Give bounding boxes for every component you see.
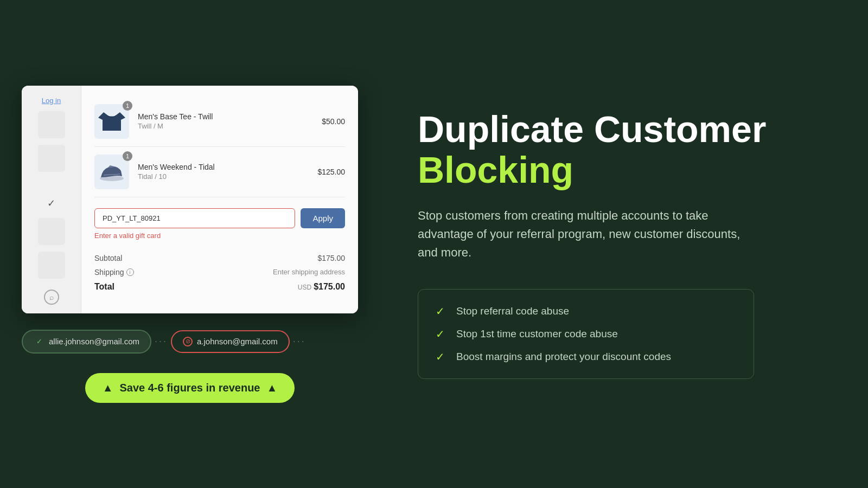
summary-section: Subtotal $175.00 Shipping i Enter shippi…	[94, 245, 345, 303]
item-name-1: Men's Base Tee - Twill	[138, 112, 313, 121]
apply-button[interactable]: Apply	[301, 208, 345, 228]
total-row: Total USD $175.00	[94, 282, 345, 292]
item-badge-2: 1	[123, 151, 132, 161]
discount-error: Enter a valid gift card	[94, 232, 345, 240]
email-section: ✓ allie.johnson@gmail.com ··· ⊘ a.johnso…	[22, 330, 358, 354]
item-variant-1: Twill / M	[138, 122, 313, 130]
search-icon[interactable]: ⌕	[44, 290, 59, 305]
sidebar-check: ✓	[38, 195, 65, 211]
benefits-box: ✓ Stop referral code abuse ✓ Stop 1st ti…	[418, 289, 754, 379]
arrow-up-icon-right: ▲	[267, 382, 278, 394]
item-variant-2: Tidal / 10	[138, 172, 309, 181]
total-label: Total	[94, 282, 114, 292]
benefit-item-3: ✓ Boost margins and protect your discoun…	[436, 350, 736, 363]
shipping-placeholder[interactable]: Enter shipping address	[273, 268, 345, 277]
item-details-1: Men's Base Tee - Twill Twill / M	[138, 112, 313, 130]
item-badge-1: 1	[123, 101, 132, 111]
item-price-1: $50.00	[322, 117, 345, 126]
subtotal-label: Subtotal	[94, 254, 122, 262]
sidebar-box-1	[38, 111, 65, 138]
save-revenue-button[interactable]: ▲ Save 4-6 figures in revenue ▲	[85, 373, 295, 403]
login-link[interactable]: Log in	[42, 97, 61, 105]
total-value: $175.00	[314, 282, 345, 292]
check-icon: ✓	[34, 336, 44, 347]
discount-section: Apply Enter a valid gift card	[94, 197, 345, 245]
benefit-item-1: ✓ Stop referral code abuse	[436, 305, 736, 318]
tshirt-icon	[98, 108, 125, 135]
sidebar-box-3	[38, 218, 65, 245]
save-btn-label: Save 4-6 figures in revenue	[119, 382, 260, 394]
valid-email-pill: ✓ allie.johnson@gmail.com	[22, 330, 151, 354]
hero-title: Duplicate Customer Blocking	[418, 109, 830, 190]
hero-title-line1: Duplicate Customer	[418, 108, 766, 150]
shipping-label: Shipping i	[94, 268, 134, 277]
benefit-text-2: Stop 1st time customer code abuse	[456, 328, 618, 340]
benefit-check-1: ✓	[436, 305, 449, 318]
item-name-2: Men's Weekend - Tidal	[138, 163, 309, 171]
benefit-text-1: Stop referral code abuse	[456, 305, 569, 317]
benefit-check-2: ✓	[436, 328, 449, 341]
subtotal-value: $175.00	[317, 254, 345, 262]
subtotal-row: Subtotal $175.00	[94, 254, 345, 262]
shipping-info-icon[interactable]: i	[126, 268, 134, 276]
right-panel: Duplicate Customer Blocking Stop custome…	[380, 0, 868, 488]
item-img-container-2: 1	[94, 155, 129, 189]
item-price-2: $125.00	[317, 168, 345, 176]
sidebar-box-2	[38, 145, 65, 172]
cart-sidebar: Log in ✓ ⌕	[22, 86, 81, 313]
invalid-email-text: a.johnson@gmail.com	[197, 337, 278, 346]
item-details-2: Men's Weekend - Tidal Tidal / 10	[138, 163, 309, 181]
total-amount: USD $175.00	[298, 282, 345, 292]
connector-dots-2: ···	[290, 336, 309, 347]
sidebar-box-4	[38, 252, 65, 279]
benefit-check-3: ✓	[436, 350, 449, 363]
shipping-row: Shipping i Enter shipping address	[94, 268, 345, 277]
cart-content: 1 Men's Base Tee - Twill Twill / M $50.0…	[81, 86, 358, 313]
discount-input[interactable]	[94, 208, 295, 228]
cart-mockup: Log in ✓ ⌕ 1	[22, 86, 358, 313]
valid-email-text: allie.johnson@gmail.com	[49, 337, 139, 346]
cart-item-1: 1 Men's Base Tee - Twill Twill / M $50.0…	[94, 97, 345, 147]
item-img-container-1: 1	[94, 104, 129, 139]
hero-description: Stop customers from creating multiple ac…	[418, 207, 754, 262]
benefit-text-3: Boost margins and protect your discount …	[456, 351, 671, 363]
left-panel: Log in ✓ ⌕ 1	[0, 0, 380, 488]
hero-title-line2: Blocking	[418, 149, 573, 190]
benefit-item-2: ✓ Stop 1st time customer code abuse	[436, 328, 736, 341]
cart-item-2: 1 Men's Weekend - Tidal Tidal / 10	[94, 147, 345, 197]
connector-dots: ···	[151, 336, 171, 347]
discount-row: Apply	[94, 208, 345, 228]
currency-label: USD	[298, 284, 311, 291]
shoe-icon	[98, 158, 125, 185]
arrow-up-icon-left: ▲	[103, 382, 113, 394]
ban-icon: ⊘	[183, 337, 193, 346]
invalid-email-pill: ⊘ a.johnson@gmail.com	[171, 330, 290, 353]
